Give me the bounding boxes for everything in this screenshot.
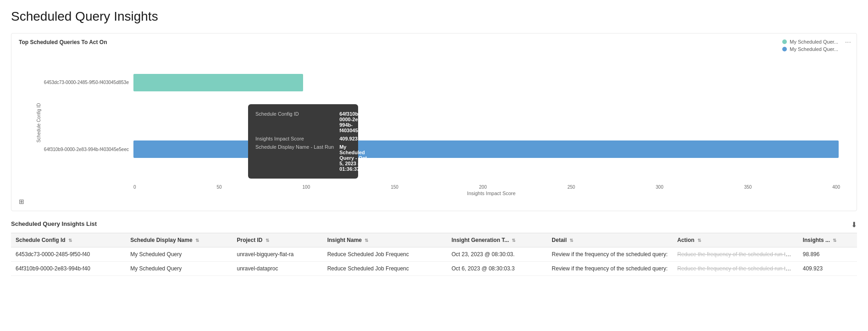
cell-detail-0: Review if the frequency of the scheduled… [547, 247, 673, 262]
legend-dot-teal [782, 39, 787, 44]
cell-action-1: Reduce the frequency of the scheduled ru… [673, 262, 798, 276]
chart-area: Schedule Config ID 6453dc73-0000-2485-9f… [19, 49, 849, 196]
col-insights-score-label: Insights ... [803, 237, 830, 243]
tooltip-label-schedule-config: Schedule Config ID [254, 110, 338, 135]
col-insights-score[interactable]: Insights ... ⇅ [798, 233, 857, 247]
cell-schedule-config-id-1: 64f310b9-0000-2e83-994b-f40 [11, 262, 126, 276]
y-axis-label-container: Schedule Config ID [19, 49, 33, 196]
cell-insight-name-0: Reduce Scheduled Job Frequenc [323, 247, 447, 262]
sort-icon-5[interactable]: ⇅ [569, 238, 573, 243]
chart-inner: 6453dc73-0000-2485-9f50-f403045d853e 64f… [33, 49, 849, 196]
cell-project-id-0: unravel-bigquery-flat-ra [232, 247, 322, 262]
bar-label-1: 64f310b9-0000-2e83-994b-f403045e5eec [33, 147, 133, 152]
col-action[interactable]: Action ⇅ [673, 233, 798, 247]
x-tick-1: 50 [217, 185, 222, 190]
bar-teal-0[interactable] [133, 74, 303, 91]
cell-action-text-0: Reduce the frequency of the scheduled ru… [677, 251, 798, 258]
cell-action-text-1: Reduce the frequency of the scheduled ru… [677, 265, 798, 272]
col-action-label: Action [677, 237, 694, 243]
x-tick-8: 400 [832, 185, 840, 190]
col-detail-label: Detail [552, 237, 567, 243]
col-schedule-config-id-label: Schedule Config Id [16, 237, 66, 243]
data-table: Schedule Config Id ⇅ Schedule Display Na… [11, 233, 857, 276]
sort-icon-7[interactable]: ⇅ [833, 238, 836, 243]
table-title: Scheduled Query Insights List [11, 220, 97, 227]
x-tick-4: 200 [479, 185, 487, 190]
cell-insight-gen-time-1: Oct 6, 2023 @ 08:30:03.3 [447, 262, 547, 276]
bar-wrapper-1 [133, 140, 840, 158]
x-tick-7: 350 [744, 185, 752, 190]
col-schedule-config-id[interactable]: Schedule Config Id ⇅ [11, 233, 126, 247]
bar-row-0: 6453dc73-0000-2485-9f50-f403045d853e [33, 64, 840, 101]
legend-label-teal: My Scheduled Quer... [790, 39, 838, 45]
bar-blue-1[interactable] [133, 140, 839, 158]
x-tick-5: 250 [567, 185, 575, 190]
chart-title: Top Scheduled Queries To Act On [19, 39, 849, 45]
col-project-id[interactable]: Project ID ⇅ [232, 233, 322, 247]
bar-label-0: 6453dc73-0000-2485-9f50-f403045d853e [33, 80, 133, 85]
tooltip-label-display: Schedule Display Name - Last Run [254, 143, 338, 173]
col-insight-name-label: Insight Name [327, 237, 362, 243]
chart-tools: ⊞ [19, 198, 849, 205]
legend-item-teal: My Scheduled Quer... [782, 39, 838, 45]
chart-menu-button[interactable]: ··· [845, 38, 851, 46]
cell-project-id-1: unravel-dataproc [232, 262, 322, 276]
col-insight-name[interactable]: Insight Name ⇅ [323, 233, 447, 247]
x-tick-0: 0 [133, 185, 136, 190]
col-insight-gen-time[interactable]: Insight Generation T... ⇅ [447, 233, 547, 247]
cell-detail-1: Review if the frequency of the scheduled… [547, 262, 673, 276]
col-display-name[interactable]: Schedule Display Name ⇅ [126, 233, 232, 247]
sort-icon-4[interactable]: ⇅ [512, 238, 515, 243]
sort-icon-6[interactable]: ⇅ [697, 238, 701, 243]
page-title: Scheduled Query Insights [11, 9, 857, 24]
sort-icon-3[interactable]: ⇅ [365, 238, 368, 243]
tooltip-label-impact: Insights Impact Score [254, 135, 338, 143]
x-axis-title: Insights Impact Score [33, 191, 849, 196]
cell-insight-gen-time-0: Oct 23, 2023 @ 08:30:03. [447, 247, 547, 262]
bar-wrapper-0 [133, 74, 840, 91]
x-tick-6: 300 [656, 185, 663, 190]
cell-display-name-0: My Scheduled Query [126, 247, 232, 262]
cell-insight-name-1: Reduce Scheduled Job Frequenc [323, 262, 447, 276]
tooltip-value-schedule-config: 64f310b9-0000-2e83-994b-f403045e5eec [338, 110, 373, 135]
sort-icon-1[interactable]: ⇅ [195, 238, 199, 243]
chart-tooltip: Schedule Config ID 64f310b9-0000-2e83-99… [248, 104, 358, 179]
bar-row-1: 64f310b9-0000-2e83-994b-f403045e5eec [33, 131, 840, 168]
col-detail[interactable]: Detail ⇅ [547, 233, 673, 247]
table-header-row: Scheduled Query Insights List ⬇ [11, 219, 857, 229]
page-container: Scheduled Query Insights Top Scheduled Q… [0, 0, 868, 285]
x-axis: 0 50 100 150 200 250 300 350 400 [33, 185, 849, 190]
col-insight-gen-time-label: Insight Generation T... [452, 237, 509, 243]
sort-icon-2[interactable]: ⇅ [265, 238, 269, 243]
tooltip-value-display: My Scheduled Query - Oct 5, 2023 @ 01:36… [338, 143, 373, 173]
chart-section: Top Scheduled Queries To Act On ··· My S… [11, 33, 857, 211]
download-icon[interactable]: ⬇ [851, 220, 857, 229]
table-row: 64f310b9-0000-2e83-994b-f40 My Scheduled… [11, 262, 857, 276]
table-row: 6453dc73-0000-2485-9f50-f40 My Scheduled… [11, 247, 857, 262]
table-body: 6453dc73-0000-2485-9f50-f40 My Scheduled… [11, 247, 857, 276]
grid-view-icon[interactable]: ⊞ [19, 198, 24, 205]
table-header: Schedule Config Id ⇅ Schedule Display Na… [11, 233, 857, 247]
tooltip-value-impact: 409.923 [338, 135, 373, 143]
col-display-name-label: Schedule Display Name [130, 237, 192, 243]
cell-schedule-config-id-0: 6453dc73-0000-2485-9f50-f40 [11, 247, 126, 262]
sort-icon-0[interactable]: ⇅ [68, 238, 72, 243]
cell-action-0: Reduce the frequency of the scheduled ru… [673, 247, 798, 262]
cell-insights-score-1: 409.923 [798, 262, 857, 276]
bars-area: 6453dc73-0000-2485-9f50-f403045d853e 64f… [33, 49, 849, 183]
cell-display-name-1: My Scheduled Query [126, 262, 232, 276]
x-axis-ticks: 0 50 100 150 200 250 300 350 400 [133, 185, 840, 190]
col-project-id-label: Project ID [237, 237, 262, 243]
x-tick-2: 100 [303, 185, 310, 190]
cell-insights-score-0: 98.896 [798, 247, 857, 262]
x-tick-3: 150 [391, 185, 398, 190]
table-section: Scheduled Query Insights List ⬇ Schedule… [11, 219, 857, 276]
